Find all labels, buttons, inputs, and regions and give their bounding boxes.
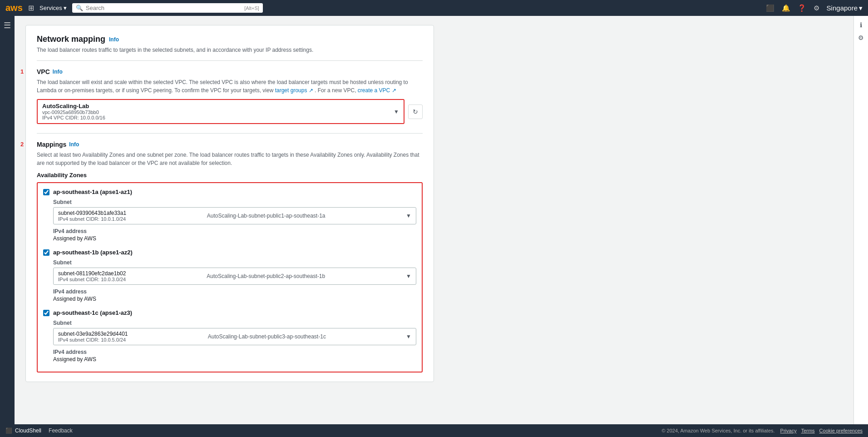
info-panel-icon[interactable]: ℹ bbox=[860, 21, 862, 29]
region-label: Singapore bbox=[827, 4, 858, 12]
az1-subnet-name: AutoScaling-Lab-subnet-public1-ap-southe… bbox=[207, 213, 326, 219]
vpc-selector-row: AutoScaling-Lab vpc-00925a68950b73bb0 IP… bbox=[37, 99, 423, 124]
az1-name: ap-southeast-1a (apse1-az1) bbox=[53, 189, 132, 195]
availability-zones-title: Availability Zones bbox=[37, 172, 423, 179]
az3-subnet-arrow: ▼ bbox=[406, 333, 411, 340]
vpc-name: AutoScaling-Lab bbox=[42, 103, 394, 109]
az1-subnet-label: Subnet bbox=[53, 199, 416, 205]
target-groups-link[interactable]: target groups ↗ bbox=[275, 87, 313, 94]
section-title-text: Network mapping bbox=[37, 35, 105, 44]
create-vpc-link[interactable]: create a VPC ↗ bbox=[358, 87, 396, 94]
az2-checkbox[interactable] bbox=[43, 249, 49, 256]
settings-icon[interactable]: ⚙ bbox=[814, 4, 819, 12]
az2-subnet-label: Subnet bbox=[53, 259, 416, 266]
az3-item: ap-southeast-1c (apse1-az3) Subnet subne… bbox=[43, 309, 416, 363]
mappings-subsection-title-text: Mappings bbox=[37, 141, 66, 148]
az2-subnet-name: AutoScaling-Lab-subnet-public2-ap-southe… bbox=[207, 273, 325, 279]
content-area: Network mapping Info The load balancer r… bbox=[15, 16, 868, 424]
az1-item: ap-southeast-1a (apse1-az1) Subnet subne… bbox=[43, 189, 416, 242]
create-vpc-link-text: create a VPC bbox=[358, 87, 390, 94]
az-container: ap-southeast-1a (apse1-az1) Subnet subne… bbox=[37, 182, 423, 372]
network-mapping-card: Network mapping Info The load balancer r… bbox=[25, 25, 434, 382]
vpc-cidr: IPv4 VPC CIDR: 10.0.0.0/16 bbox=[42, 115, 394, 120]
navbar-right-icons: ⬛ 🔔 ❓ ⚙ Singapore ▾ bbox=[766, 4, 863, 12]
svg-text:aws: aws bbox=[5, 3, 23, 13]
az3-header: ap-southeast-1c (apse1-az3) bbox=[43, 309, 416, 316]
az2-subnet-cidr: IPv4 subnet CIDR: 10.0.3.0/24 bbox=[58, 277, 126, 282]
az2-ipv4-value: Assigned by AWS bbox=[53, 296, 416, 302]
step2-label: 2 bbox=[20, 141, 24, 148]
search-bar[interactable]: 🔍 [Alt+S] bbox=[72, 3, 263, 13]
az2-subnet-arrow: ▼ bbox=[406, 273, 411, 279]
menu-icon[interactable]: ☰ bbox=[4, 20, 11, 30]
step1-label: 1 bbox=[20, 68, 24, 75]
cloudshell-icon[interactable]: ⬛ bbox=[766, 4, 774, 12]
region-chevron: ▾ bbox=[859, 4, 863, 12]
top-navbar: aws ⊞ Services ▾ 🔍 [Alt+S] ⬛ 🔔 ❓ ⚙ Singa… bbox=[0, 0, 868, 16]
services-button[interactable]: Services ▾ bbox=[39, 5, 67, 11]
vpc-subsection-title-text: VPC bbox=[37, 68, 50, 75]
az2-name: ap-southeast-1b (apse1-az2) bbox=[53, 249, 133, 256]
az3-subnet-cidr: IPv4 subnet CIDR: 10.0.5.0/24 bbox=[58, 337, 128, 343]
vpc-dropdown[interactable]: AutoScaling-Lab vpc-00925a68950b73bb0 IP… bbox=[37, 99, 404, 124]
az2-subnet-dropdown[interactable]: subnet-081190efc2dae1b02 IPv4 subnet CID… bbox=[53, 268, 416, 285]
left-sidebar: ☰ bbox=[0, 16, 15, 424]
vpc-select-content: AutoScaling-Lab vpc-00925a68950b73bb0 IP… bbox=[42, 103, 394, 120]
section-title-row: Network mapping Info bbox=[37, 35, 423, 44]
help-icon[interactable]: ❓ bbox=[798, 4, 806, 12]
vpc-subsection-title-row: VPC Info bbox=[37, 68, 423, 75]
az3-subnet-label: Subnet bbox=[53, 320, 416, 326]
vpc-description: The load balancer will exist and scale w… bbox=[37, 78, 423, 94]
settings-panel-icon[interactable]: ⚙ bbox=[858, 34, 864, 41]
aws-logo-icon: aws bbox=[5, 3, 23, 13]
mappings-info-link[interactable]: Info bbox=[69, 141, 79, 148]
refresh-button[interactable]: ↻ bbox=[408, 104, 423, 119]
az1-subnet-select-left: subnet-09390643b1afe33a1 IPv4 subnet CID… bbox=[58, 210, 126, 222]
az1-header: ap-southeast-1a (apse1-az1) bbox=[43, 189, 416, 195]
services-label: Services bbox=[39, 5, 62, 11]
az1-subnet-arrow: ▼ bbox=[406, 213, 411, 219]
az1-ipv4-label: IPv4 address bbox=[53, 228, 416, 234]
az2-subnet-select-left: subnet-081190efc2dae1b02 IPv4 subnet CID… bbox=[58, 270, 126, 282]
az3-name: ap-southeast-1c (apse1-az3) bbox=[53, 309, 132, 316]
search-input[interactable] bbox=[86, 5, 242, 11]
az1-ipv4-value: Assigned by AWS bbox=[53, 235, 416, 242]
search-icon: 🔍 bbox=[76, 5, 83, 11]
az1-subnet-cidr: IPv4 subnet CIDR: 10.0.1.0/24 bbox=[58, 216, 126, 222]
az3-ipv4-label: IPv4 address bbox=[53, 349, 416, 355]
mappings-section: 2 Mappings Info Select at least two Avai… bbox=[37, 141, 423, 372]
main-layout: Network mapping Info The load balancer r… bbox=[15, 16, 868, 424]
az3-subnet-select-left: subnet-03e9a2863e29d4401 IPv4 subnet CID… bbox=[58, 331, 128, 343]
search-shortcut: [Alt+S] bbox=[244, 5, 259, 11]
az2-header: ap-southeast-1b (apse1-az2) bbox=[43, 249, 416, 256]
target-groups-link-text: target groups bbox=[275, 87, 307, 94]
az2-item: ap-southeast-1b (apse1-az2) Subnet subne… bbox=[43, 249, 416, 302]
bell-icon[interactable]: 🔔 bbox=[782, 4, 790, 12]
az1-subnet-dropdown[interactable]: subnet-09390643b1afe33a1 IPv4 subnet CID… bbox=[53, 207, 416, 224]
grid-icon: ⊞ bbox=[28, 4, 34, 12]
region-selector[interactable]: Singapore ▾ bbox=[827, 4, 863, 12]
vpc-info-link[interactable]: Info bbox=[53, 69, 63, 75]
az3-subnet-id: subnet-03e9a2863e29d4401 bbox=[58, 331, 128, 337]
az2-subnet-id: subnet-081190efc2dae1b02 bbox=[58, 270, 126, 277]
az1-subnet-id: subnet-09390643b1afe33a1 bbox=[58, 210, 126, 216]
mappings-description: Select at least two Availability Zones a… bbox=[37, 151, 423, 167]
chevron-down-icon: ▾ bbox=[64, 5, 67, 11]
vpc-desc-text2: . For a new VPC, bbox=[315, 87, 356, 94]
section-description: The load balancer routes traffic to targ… bbox=[37, 47, 423, 53]
az3-subnet-name: AutoScaling-Lab-subnet-public3-ap-southe… bbox=[208, 333, 326, 340]
vpc-id: vpc-00925a68950b73bb0 bbox=[42, 109, 394, 115]
az3-ipv4-value: Assigned by AWS bbox=[53, 356, 416, 363]
mappings-subsection-title-row: Mappings Info bbox=[37, 141, 423, 148]
vpc-section: 1 VPC Info The load balancer will exist … bbox=[37, 68, 423, 124]
divider-2 bbox=[37, 133, 423, 134]
right-panel: ℹ ⚙ bbox=[853, 16, 868, 424]
aws-logo[interactable]: aws bbox=[5, 3, 23, 13]
vpc-dropdown-arrow: ▼ bbox=[394, 109, 399, 115]
az3-subnet-dropdown[interactable]: subnet-03e9a2863e29d4401 IPv4 subnet CID… bbox=[53, 328, 416, 345]
az2-ipv4-label: IPv4 address bbox=[53, 288, 416, 295]
az3-checkbox[interactable] bbox=[43, 310, 49, 316]
divider-1 bbox=[37, 60, 423, 61]
az1-checkbox[interactable] bbox=[43, 189, 49, 195]
section-info-link[interactable]: Info bbox=[109, 36, 119, 43]
